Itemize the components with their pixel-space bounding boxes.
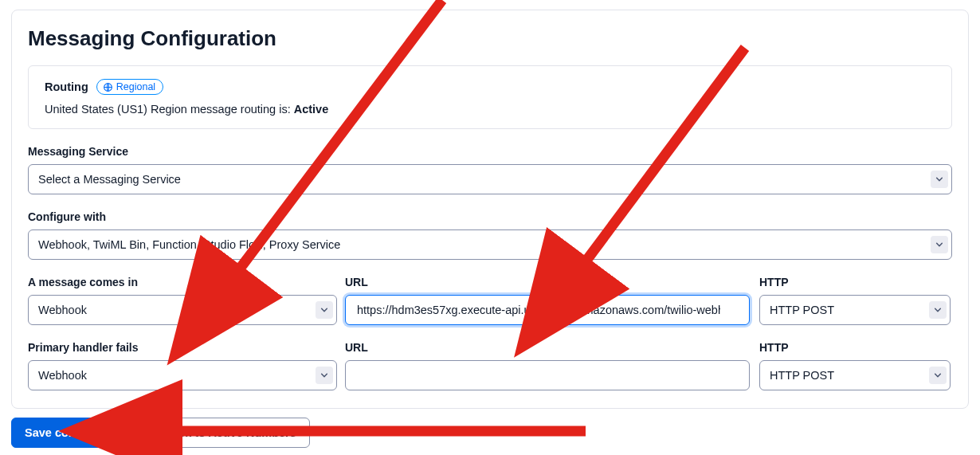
incoming-http-label: HTTP — [759, 276, 951, 288]
chevron-down-icon — [931, 236, 948, 253]
messaging-config-panel: Messaging Configuration Routing Regional… — [11, 10, 969, 409]
fallback-http-select[interactable]: HTTP POST — [759, 360, 951, 390]
save-button[interactable]: Save configuration — [11, 418, 143, 448]
incoming-http-select[interactable]: HTTP POST — [759, 295, 951, 325]
incoming-url-label: URL — [345, 276, 750, 288]
regional-badge[interactable]: Regional — [96, 79, 163, 95]
chevron-down-icon — [929, 301, 947, 319]
routing-box: Routing Regional United States (US1) Reg… — [28, 65, 952, 129]
chevron-down-icon — [931, 171, 948, 188]
messaging-service-label: Messaging Service — [28, 145, 952, 158]
fallback-url-label: URL — [345, 341, 750, 354]
incoming-url-input-wrap — [345, 295, 750, 325]
fallback-handler-select[interactable]: Webhook — [28, 360, 337, 390]
routing-status: United States (US1) Region message routi… — [45, 103, 935, 116]
fallback-label: Primary handler fails — [28, 341, 337, 354]
configure-with-select[interactable]: Webhook, TwiML Bin, Function, Studio Flo… — [28, 229, 952, 260]
routing-label: Routing — [45, 80, 88, 93]
incoming-label: A message comes in — [28, 276, 337, 288]
configure-with-label: Configure with — [28, 210, 952, 223]
button-row: Save configuration Back to Active Number… — [11, 418, 310, 448]
page-title: Messaging Configuration — [28, 26, 952, 51]
chevron-down-icon — [316, 367, 333, 384]
chevron-down-icon — [316, 301, 333, 319]
incoming-url-input[interactable] — [355, 296, 722, 324]
globe-icon — [103, 82, 113, 92]
regional-badge-text: Regional — [116, 81, 155, 92]
chevron-down-icon — [929, 367, 947, 384]
back-button[interactable]: Back to Active Numbers — [151, 418, 310, 448]
fallback-url-input-wrap — [345, 360, 750, 390]
fallback-url-input[interactable] — [355, 361, 722, 390]
messaging-service-select[interactable]: Select a Messaging Service — [28, 164, 952, 194]
fallback-http-label: HTTP — [759, 341, 951, 354]
incoming-handler-select[interactable]: Webhook — [28, 295, 337, 325]
